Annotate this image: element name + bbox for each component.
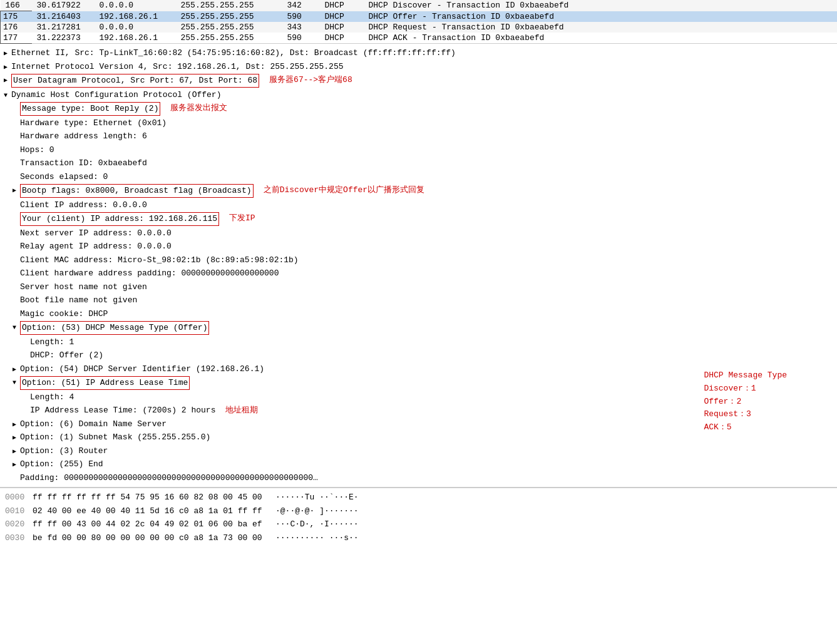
- plain-text: Option: (1) Subnet Mask (255.255.255.0): [20, 431, 210, 444]
- expand-icon[interactable]: [13, 458, 20, 471]
- collapse-icon[interactable]: [13, 321, 20, 334]
- hex-offset: 0000: [5, 491, 28, 504]
- plain-text: Option: (3) Router: [20, 445, 108, 457]
- packet-no: 177: [1, 33, 32, 44]
- detail-line-chaddr[interactable]: Client MAC address: Micro-St_98:02:1b (8…: [0, 253, 837, 267]
- plain-text: Hardware address length: 6: [20, 130, 147, 143]
- plain-text: Boot file name not given: [20, 294, 137, 307]
- no-icon: [13, 281, 20, 294]
- detail-line-opt53-len[interactable]: Length: 1: [0, 335, 837, 349]
- packet-len: 590: [282, 11, 320, 23]
- plain-text: IP Address Lease Time: (7200s) 2 hours: [30, 404, 215, 417]
- no-icon: [13, 240, 20, 253]
- packet-len: 342: [282, 0, 320, 11]
- detail-line-opt53-root[interactable]: Option: (53) DHCP Message Type (Offer): [0, 320, 837, 335]
- no-icon: [13, 254, 20, 267]
- detail-line-giaddr[interactable]: Relay agent IP address: 0.0.0.0: [0, 240, 837, 253]
- detail-line-yiaddr[interactable]: Your (client) IP address: 192.168.26.115…: [0, 212, 837, 227]
- boxed-text: User Datagram Protocol, Src Port: 67, Ds…: [11, 74, 259, 88]
- plain-text: Padding: 0000000000000000000000000000000…: [20, 472, 318, 484]
- no-icon: [13, 144, 20, 156]
- detail-line-ciaddr[interactable]: Client IP address: 0.0.0.0: [0, 198, 837, 212]
- collapse-icon[interactable]: [4, 89, 11, 101]
- packet-proto: DHCP: [320, 33, 364, 44]
- plain-text: Relay agent IP address: 0.0.0.0: [20, 240, 172, 253]
- no-icon: [13, 117, 20, 130]
- plain-text: Option: (54) DHCP Server Identifier (192…: [20, 363, 264, 376]
- annotation-item: ACK：5: [704, 421, 787, 434]
- no-icon: [13, 227, 20, 240]
- detail-line-hw-type[interactable]: Hardware type: Ethernet (0x01): [0, 116, 837, 130]
- packet-time: 30.617922: [32, 0, 95, 11]
- packet-info: DHCP ACK - Transaction ID 0xbaeabefd: [364, 33, 838, 44]
- plain-text: Hardware type: Ethernet (0x01): [20, 117, 167, 130]
- packet-proto: DHCP: [320, 0, 364, 11]
- detail-line-opt53-val[interactable]: DHCP: Offer (2): [0, 349, 837, 362]
- no-icon: [13, 130, 20, 143]
- no-icon: [13, 472, 20, 484]
- detail-line-magic[interactable]: Magic cookie: DHCP: [0, 307, 837, 321]
- detail-line-bootp[interactable]: Bootp flags: 0x8000, Broadcast flag (Bro…: [0, 183, 837, 198]
- inline-annotation: 服务器发出报文: [170, 102, 227, 115]
- expand-icon[interactable]: [13, 418, 20, 431]
- detail-line-opt3[interactable]: Option: (3) Router: [0, 444, 837, 458]
- expand-icon[interactable]: [4, 61, 11, 73]
- packet-len: 590: [282, 33, 320, 44]
- plain-text: Length: 1: [30, 336, 74, 349]
- hex-bytes: be fd 00 00 80 00 00 00 00 00 c0 a8 1a 7…: [33, 532, 270, 544]
- detail-line-ethernet[interactable]: Ethernet II, Src: Tp-LinkT_16:60:82 (54:…: [0, 46, 837, 60]
- detail-line-padding-hw[interactable]: Client hardware address padding: 0000000…: [0, 267, 837, 280]
- packet-table: 166 30.617922 0.0.0.0 255.255.255.255 34…: [0, 0, 837, 44]
- detail-line-siaddr[interactable]: Next server IP address: 0.0.0.0: [0, 227, 837, 240]
- packet-time: 31.217281: [32, 22, 95, 33]
- packet-src: 0.0.0.0: [95, 0, 176, 11]
- plain-text: Magic cookie: DHCP: [20, 308, 108, 320]
- dhcp-type-annotation: DHCP Message Type Discover：1Offer：2Reque…: [704, 369, 787, 434]
- packet-time: 31.222373: [32, 33, 95, 44]
- detail-line-txid[interactable]: Transaction ID: 0xbaeabefd: [0, 156, 837, 170]
- plain-text: Seconds elapsed: 0: [20, 171, 108, 183]
- boxed-text: Bootp flags: 0x8000, Broadcast flag (Bro…: [20, 184, 254, 198]
- plain-text: Client IP address: 0.0.0.0: [20, 199, 147, 212]
- detail-line-padding[interactable]: Padding: 0000000000000000000000000000000…: [0, 471, 837, 485]
- detail-line-dhcp-root[interactable]: Dynamic Host Configuration Protocol (Off…: [0, 88, 837, 102]
- collapse-icon[interactable]: [13, 376, 20, 389]
- plain-text: Ethernet II, Src: Tp-LinkT_16:60:82 (54:…: [11, 47, 456, 59]
- detail-line-hops[interactable]: Hops: 0: [0, 143, 837, 157]
- inline-annotation: 之前Discover中规定Offer以广播形式回复: [264, 184, 424, 197]
- expand-icon[interactable]: [13, 445, 20, 457]
- hex-row: 0000 ff ff ff ff ff ff 54 75 95 16 60 82…: [0, 491, 837, 504]
- detail-line-sname[interactable]: Server host name not given: [0, 280, 837, 294]
- hex-ascii: ·@··@·@· ]·······: [275, 505, 359, 518]
- boxed-text: Option: (53) DHCP Message Type (Offer): [20, 321, 209, 335]
- detail-line-hw-len[interactable]: Hardware address length: 6: [0, 130, 837, 143]
- expand-icon[interactable]: [4, 47, 11, 59]
- detail-line-secs[interactable]: Seconds elapsed: 0: [0, 170, 837, 184]
- expand-icon[interactable]: [4, 74, 11, 86]
- expand-icon[interactable]: [13, 184, 20, 197]
- annotation-item: Request：3: [704, 408, 787, 421]
- detail-line-msg-type[interactable]: Message type: Boot Reply (2)服务器发出报文: [0, 101, 837, 116]
- packet-len: 343: [282, 22, 320, 33]
- no-icon: [13, 199, 20, 212]
- hex-ascii: ···C·D·, ·I······: [275, 518, 359, 531]
- no-icon: [13, 102, 20, 115]
- detail-line-file[interactable]: Boot file name not given: [0, 294, 837, 307]
- expand-icon[interactable]: [13, 363, 20, 376]
- hex-row: 0010 02 40 00 ee 40 00 40 11 5d 16 c0 a8…: [0, 504, 837, 518]
- detail-line-ip[interactable]: Internet Protocol Version 4, Src: 192.16…: [0, 60, 837, 74]
- hex-ascii: ·········· ···s··: [275, 532, 359, 544]
- plain-text: Client MAC address: Micro-St_98:02:1b (8…: [20, 254, 299, 267]
- packet-no: 175: [1, 11, 32, 23]
- no-icon: [13, 294, 20, 307]
- no-icon: [23, 349, 30, 362]
- plain-text: Hops: 0: [20, 144, 54, 156]
- hex-row: 0020 ff ff 00 43 00 44 02 2c 04 49 02 01…: [0, 518, 837, 531]
- expand-icon[interactable]: [13, 431, 20, 444]
- detail-line-opt255[interactable]: Option: (255) End: [0, 457, 837, 471]
- detail-line-udp[interactable]: User Datagram Protocol, Src Port: 67, Ds…: [0, 73, 837, 88]
- plain-text: Option: (6) Domain Name Server: [20, 418, 167, 431]
- annotation-item: Offer：2: [704, 396, 787, 409]
- inline-annotation: 地址租期: [225, 404, 258, 417]
- no-icon: [13, 171, 20, 183]
